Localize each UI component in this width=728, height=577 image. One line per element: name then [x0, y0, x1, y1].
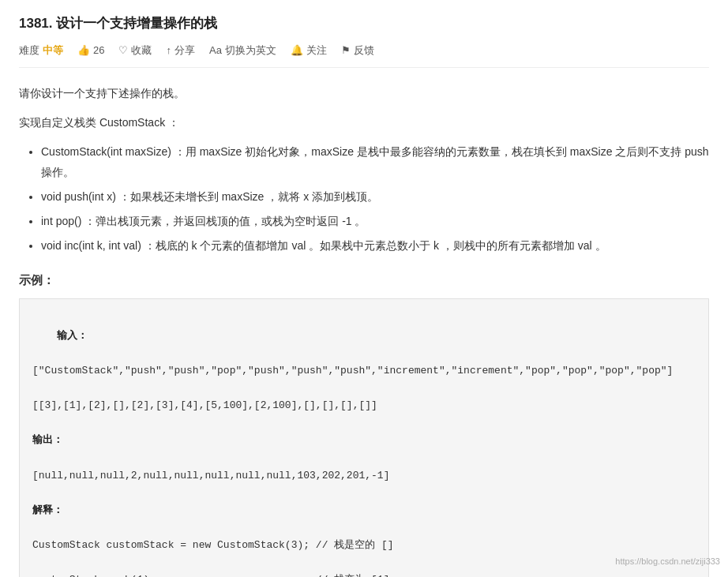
- collect-button[interactable]: ♡ 收藏: [118, 42, 152, 59]
- follow-button[interactable]: 🔔 关注: [291, 42, 327, 59]
- bell-icon: 🔔: [291, 42, 303, 59]
- input-line1: ["CustomStack","push","push","pop","push…: [32, 365, 673, 377]
- difficulty-value: 中等: [43, 42, 63, 59]
- explanation-line-1: customStack.push(1); // 栈变为 [1]: [32, 574, 389, 577]
- share-label: 分享: [174, 42, 195, 59]
- description-list: CustomStack(int maxSize) ：用 maxSize 初始化对…: [19, 142, 709, 256]
- difficulty-prefix: 难度: [19, 42, 39, 59]
- explanation-label: 解释：: [32, 504, 63, 516]
- example-title: 示例：: [19, 270, 709, 290]
- follow-label: 关注: [306, 42, 327, 59]
- share-button[interactable]: ↑ 分享: [166, 42, 195, 59]
- list-item: void inc(int k, int val) ：栈底的 k 个元素的值都增加…: [41, 236, 709, 256]
- meta-bar: 难度 中等 👍 26 ♡ 收藏 ↑ 分享 Aа 切换为英文 🔔 关注 ⚑ 反馈: [19, 42, 709, 68]
- translate-icon: Aа: [209, 42, 222, 59]
- collect-label: 收藏: [131, 42, 152, 59]
- translate-button[interactable]: Aа 切换为英文: [209, 42, 276, 59]
- share-icon: ↑: [166, 42, 171, 59]
- input-label: 输入：: [57, 330, 88, 342]
- list-item: void push(int x) ：如果栈还未增长到 maxSize ，就将 x…: [41, 187, 709, 207]
- like-button[interactable]: 👍 26: [77, 42, 104, 59]
- example-code-block: 输入： ["CustomStack","push","push","pop","…: [19, 298, 709, 577]
- feedback-icon: ⚑: [341, 42, 351, 59]
- description-intro: 请你设计一个支持下述操作的栈。: [19, 84, 709, 103]
- output-line: [null,null,null,2,null,null,null,null,nu…: [32, 470, 389, 481]
- translate-label: 切换为英文: [225, 42, 276, 59]
- explanation-line-0: CustomStack customStack = new CustomStac…: [32, 539, 394, 551]
- example-section: 示例： 输入： ["CustomStack","push","push","po…: [19, 270, 709, 577]
- page-title: 1381. 设计一个支持增量操作的栈: [19, 13, 709, 36]
- class-intro: 实现自定义栈类 CustomStack ：: [19, 113, 709, 133]
- like-count: 26: [93, 42, 104, 59]
- feedback-button[interactable]: ⚑ 反馈: [341, 42, 374, 59]
- heart-icon: ♡: [118, 42, 128, 59]
- watermark: https://blog.csdn.net/ziji333: [615, 554, 720, 569]
- list-item: CustomStack(int maxSize) ：用 maxSize 初始化对…: [41, 142, 709, 182]
- input-line2: [[3],[1],[2],[],[2],[3],[4],[5,100],[2,1…: [32, 399, 377, 411]
- list-item: int pop() ：弹出栈顶元素，并返回栈顶的值，或栈为空时返回 -1 。: [41, 212, 709, 231]
- difficulty-section: 难度 中等: [19, 42, 63, 59]
- feedback-label: 反馈: [354, 42, 374, 59]
- output-label: 输出：: [32, 434, 63, 446]
- like-icon: 👍: [77, 42, 90, 59]
